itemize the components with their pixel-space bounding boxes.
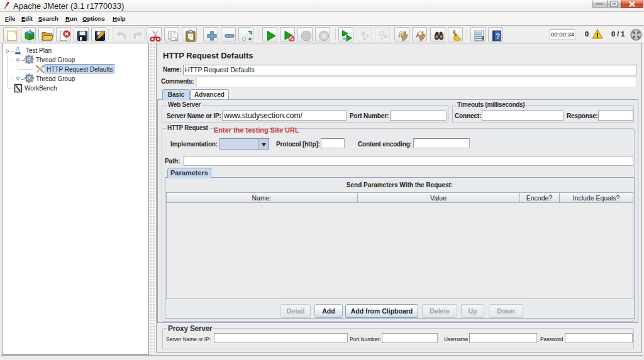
svg-text:?: ? [496, 32, 500, 41]
